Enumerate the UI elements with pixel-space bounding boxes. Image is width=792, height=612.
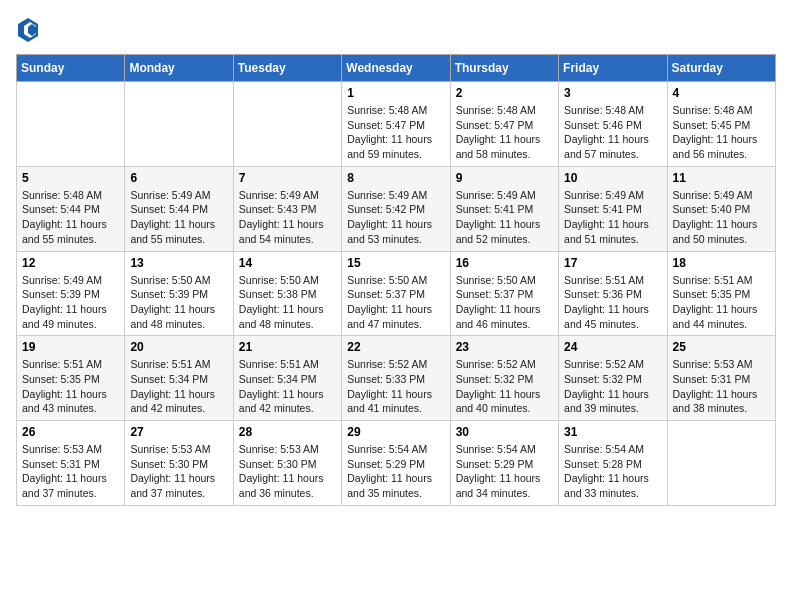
day-info: Sunrise: 5:53 AM Sunset: 5:31 PM Dayligh… bbox=[673, 357, 770, 416]
day-number: 9 bbox=[456, 171, 553, 185]
calendar-cell: 16Sunrise: 5:50 AM Sunset: 5:37 PM Dayli… bbox=[450, 251, 558, 336]
day-info: Sunrise: 5:49 AM Sunset: 5:42 PM Dayligh… bbox=[347, 188, 444, 247]
day-info: Sunrise: 5:51 AM Sunset: 5:34 PM Dayligh… bbox=[130, 357, 227, 416]
column-header-tuesday: Tuesday bbox=[233, 55, 341, 82]
page-header bbox=[16, 16, 776, 44]
calendar-week-2: 5Sunrise: 5:48 AM Sunset: 5:44 PM Daylig… bbox=[17, 166, 776, 251]
day-number: 25 bbox=[673, 340, 770, 354]
day-number: 23 bbox=[456, 340, 553, 354]
day-info: Sunrise: 5:52 AM Sunset: 5:32 PM Dayligh… bbox=[456, 357, 553, 416]
calendar-cell: 6Sunrise: 5:49 AM Sunset: 5:44 PM Daylig… bbox=[125, 166, 233, 251]
day-info: Sunrise: 5:48 AM Sunset: 5:46 PM Dayligh… bbox=[564, 103, 661, 162]
column-header-monday: Monday bbox=[125, 55, 233, 82]
calendar-cell: 28Sunrise: 5:53 AM Sunset: 5:30 PM Dayli… bbox=[233, 421, 341, 506]
calendar-cell: 25Sunrise: 5:53 AM Sunset: 5:31 PM Dayli… bbox=[667, 336, 775, 421]
day-info: Sunrise: 5:53 AM Sunset: 5:30 PM Dayligh… bbox=[239, 442, 336, 501]
day-info: Sunrise: 5:49 AM Sunset: 5:44 PM Dayligh… bbox=[130, 188, 227, 247]
day-info: Sunrise: 5:52 AM Sunset: 5:32 PM Dayligh… bbox=[564, 357, 661, 416]
day-number: 6 bbox=[130, 171, 227, 185]
calendar-cell: 10Sunrise: 5:49 AM Sunset: 5:41 PM Dayli… bbox=[559, 166, 667, 251]
calendar-cell: 26Sunrise: 5:53 AM Sunset: 5:31 PM Dayli… bbox=[17, 421, 125, 506]
day-number: 24 bbox=[564, 340, 661, 354]
calendar-week-5: 26Sunrise: 5:53 AM Sunset: 5:31 PM Dayli… bbox=[17, 421, 776, 506]
day-info: Sunrise: 5:54 AM Sunset: 5:29 PM Dayligh… bbox=[347, 442, 444, 501]
day-number: 14 bbox=[239, 256, 336, 270]
day-info: Sunrise: 5:48 AM Sunset: 5:45 PM Dayligh… bbox=[673, 103, 770, 162]
day-number: 29 bbox=[347, 425, 444, 439]
day-info: Sunrise: 5:53 AM Sunset: 5:31 PM Dayligh… bbox=[22, 442, 119, 501]
day-number: 13 bbox=[130, 256, 227, 270]
day-info: Sunrise: 5:48 AM Sunset: 5:44 PM Dayligh… bbox=[22, 188, 119, 247]
calendar-cell bbox=[233, 82, 341, 167]
calendar-table: SundayMondayTuesdayWednesdayThursdayFrid… bbox=[16, 54, 776, 506]
day-number: 11 bbox=[673, 171, 770, 185]
day-number: 10 bbox=[564, 171, 661, 185]
calendar-cell: 22Sunrise: 5:52 AM Sunset: 5:33 PM Dayli… bbox=[342, 336, 450, 421]
day-number: 21 bbox=[239, 340, 336, 354]
day-number: 12 bbox=[22, 256, 119, 270]
logo-icon bbox=[16, 16, 40, 44]
calendar-cell: 1Sunrise: 5:48 AM Sunset: 5:47 PM Daylig… bbox=[342, 82, 450, 167]
calendar-cell: 31Sunrise: 5:54 AM Sunset: 5:28 PM Dayli… bbox=[559, 421, 667, 506]
day-info: Sunrise: 5:49 AM Sunset: 5:41 PM Dayligh… bbox=[564, 188, 661, 247]
calendar-cell: 5Sunrise: 5:48 AM Sunset: 5:44 PM Daylig… bbox=[17, 166, 125, 251]
day-info: Sunrise: 5:51 AM Sunset: 5:34 PM Dayligh… bbox=[239, 357, 336, 416]
day-number: 1 bbox=[347, 86, 444, 100]
day-number: 16 bbox=[456, 256, 553, 270]
column-header-thursday: Thursday bbox=[450, 55, 558, 82]
calendar-cell: 29Sunrise: 5:54 AM Sunset: 5:29 PM Dayli… bbox=[342, 421, 450, 506]
calendar-cell: 17Sunrise: 5:51 AM Sunset: 5:36 PM Dayli… bbox=[559, 251, 667, 336]
day-info: Sunrise: 5:54 AM Sunset: 5:28 PM Dayligh… bbox=[564, 442, 661, 501]
column-header-wednesday: Wednesday bbox=[342, 55, 450, 82]
day-number: 15 bbox=[347, 256, 444, 270]
day-number: 27 bbox=[130, 425, 227, 439]
calendar-cell: 12Sunrise: 5:49 AM Sunset: 5:39 PM Dayli… bbox=[17, 251, 125, 336]
calendar-cell: 19Sunrise: 5:51 AM Sunset: 5:35 PM Dayli… bbox=[17, 336, 125, 421]
calendar-cell: 27Sunrise: 5:53 AM Sunset: 5:30 PM Dayli… bbox=[125, 421, 233, 506]
calendar-cell bbox=[17, 82, 125, 167]
day-number: 19 bbox=[22, 340, 119, 354]
calendar-cell: 13Sunrise: 5:50 AM Sunset: 5:39 PM Dayli… bbox=[125, 251, 233, 336]
calendar-cell: 18Sunrise: 5:51 AM Sunset: 5:35 PM Dayli… bbox=[667, 251, 775, 336]
calendar-week-1: 1Sunrise: 5:48 AM Sunset: 5:47 PM Daylig… bbox=[17, 82, 776, 167]
calendar-week-4: 19Sunrise: 5:51 AM Sunset: 5:35 PM Dayli… bbox=[17, 336, 776, 421]
day-info: Sunrise: 5:49 AM Sunset: 5:39 PM Dayligh… bbox=[22, 273, 119, 332]
calendar-cell: 7Sunrise: 5:49 AM Sunset: 5:43 PM Daylig… bbox=[233, 166, 341, 251]
day-info: Sunrise: 5:50 AM Sunset: 5:39 PM Dayligh… bbox=[130, 273, 227, 332]
day-number: 17 bbox=[564, 256, 661, 270]
day-number: 18 bbox=[673, 256, 770, 270]
day-info: Sunrise: 5:51 AM Sunset: 5:35 PM Dayligh… bbox=[673, 273, 770, 332]
day-number: 30 bbox=[456, 425, 553, 439]
day-number: 26 bbox=[22, 425, 119, 439]
day-info: Sunrise: 5:49 AM Sunset: 5:41 PM Dayligh… bbox=[456, 188, 553, 247]
day-number: 5 bbox=[22, 171, 119, 185]
day-number: 2 bbox=[456, 86, 553, 100]
day-number: 7 bbox=[239, 171, 336, 185]
calendar-cell: 2Sunrise: 5:48 AM Sunset: 5:47 PM Daylig… bbox=[450, 82, 558, 167]
day-info: Sunrise: 5:48 AM Sunset: 5:47 PM Dayligh… bbox=[347, 103, 444, 162]
calendar-cell: 9Sunrise: 5:49 AM Sunset: 5:41 PM Daylig… bbox=[450, 166, 558, 251]
calendar-cell bbox=[667, 421, 775, 506]
calendar-week-3: 12Sunrise: 5:49 AM Sunset: 5:39 PM Dayli… bbox=[17, 251, 776, 336]
day-info: Sunrise: 5:51 AM Sunset: 5:35 PM Dayligh… bbox=[22, 357, 119, 416]
day-number: 22 bbox=[347, 340, 444, 354]
day-info: Sunrise: 5:53 AM Sunset: 5:30 PM Dayligh… bbox=[130, 442, 227, 501]
day-info: Sunrise: 5:48 AM Sunset: 5:47 PM Dayligh… bbox=[456, 103, 553, 162]
calendar-cell: 21Sunrise: 5:51 AM Sunset: 5:34 PM Dayli… bbox=[233, 336, 341, 421]
day-number: 28 bbox=[239, 425, 336, 439]
day-info: Sunrise: 5:50 AM Sunset: 5:38 PM Dayligh… bbox=[239, 273, 336, 332]
column-header-friday: Friday bbox=[559, 55, 667, 82]
calendar-cell: 11Sunrise: 5:49 AM Sunset: 5:40 PM Dayli… bbox=[667, 166, 775, 251]
day-info: Sunrise: 5:50 AM Sunset: 5:37 PM Dayligh… bbox=[347, 273, 444, 332]
logo bbox=[16, 16, 44, 44]
day-info: Sunrise: 5:54 AM Sunset: 5:29 PM Dayligh… bbox=[456, 442, 553, 501]
day-number: 31 bbox=[564, 425, 661, 439]
calendar-cell: 8Sunrise: 5:49 AM Sunset: 5:42 PM Daylig… bbox=[342, 166, 450, 251]
calendar-cell: 15Sunrise: 5:50 AM Sunset: 5:37 PM Dayli… bbox=[342, 251, 450, 336]
calendar-cell: 4Sunrise: 5:48 AM Sunset: 5:45 PM Daylig… bbox=[667, 82, 775, 167]
calendar-cell: 23Sunrise: 5:52 AM Sunset: 5:32 PM Dayli… bbox=[450, 336, 558, 421]
column-header-saturday: Saturday bbox=[667, 55, 775, 82]
calendar-header-row: SundayMondayTuesdayWednesdayThursdayFrid… bbox=[17, 55, 776, 82]
column-header-sunday: Sunday bbox=[17, 55, 125, 82]
day-info: Sunrise: 5:52 AM Sunset: 5:33 PM Dayligh… bbox=[347, 357, 444, 416]
